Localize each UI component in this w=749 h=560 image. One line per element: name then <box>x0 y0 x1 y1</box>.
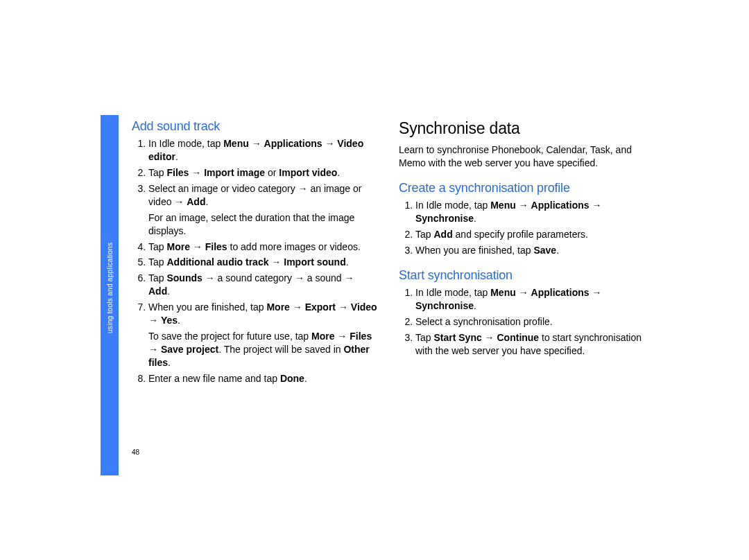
list-item: In Idle mode, tap Menu → Applications → … <box>415 199 645 225</box>
add-sound-track-steps: In Idle mode, tap Menu → Applications → … <box>132 137 378 385</box>
start-sync-steps: In Idle mode, tap Menu → Applications → … <box>399 286 645 357</box>
list-item: Enter a new file name and tap Done. <box>148 372 378 385</box>
list-item: Tap Sounds → a sound category → a sound … <box>148 272 378 298</box>
list-item: Select an image or video category → an i… <box>148 182 378 238</box>
content-columns: Add sound track In Idle mode, tap Menu →… <box>132 118 652 387</box>
list-item: When you are finished, tap Save. <box>415 244 645 257</box>
left-column: Add sound track In Idle mode, tap Menu →… <box>132 118 378 387</box>
list-item: Tap Start Sync → Continue to start synch… <box>415 331 645 358</box>
list-item: Tap Files → Import image or Import video… <box>148 166 378 180</box>
side-section-label: using tools and applications <box>101 243 118 381</box>
list-item: In Idle mode, tap Menu → Applications → … <box>415 286 645 313</box>
heading-create-sync-profile: Create a synchronisation profile <box>399 180 645 196</box>
manual-page: using tools and applications Add sound t… <box>0 0 749 560</box>
heading-synchronise-data: Synchronise data <box>399 118 645 139</box>
list-item-continuation: For an image, select the duration that t… <box>148 211 378 238</box>
create-sync-profile-steps: In Idle mode, tap Menu → Applications → … <box>399 199 645 257</box>
list-item: In Idle mode, tap Menu → Applications → … <box>148 137 378 164</box>
heading-start-sync: Start synchronisation <box>399 267 645 283</box>
sync-intro: Learn to synchronise Phonebook, Calendar… <box>399 143 645 170</box>
page-number: 48 <box>132 448 139 456</box>
list-item: Tap More → Files to add more images or v… <box>148 240 378 254</box>
list-item: Tap Add and specify profile parameters. <box>415 228 645 241</box>
heading-add-sound-track: Add sound track <box>132 118 378 134</box>
list-item: Select a synchronisation profile. <box>415 315 645 329</box>
list-item-continuation: To save the project for future use, tap … <box>148 330 378 369</box>
right-column: Synchronise data Learn to synchronise Ph… <box>399 118 645 387</box>
list-item: When you are finished, tap More → Export… <box>148 301 378 369</box>
list-item: Tap Additional audio track → Import soun… <box>148 256 378 269</box>
